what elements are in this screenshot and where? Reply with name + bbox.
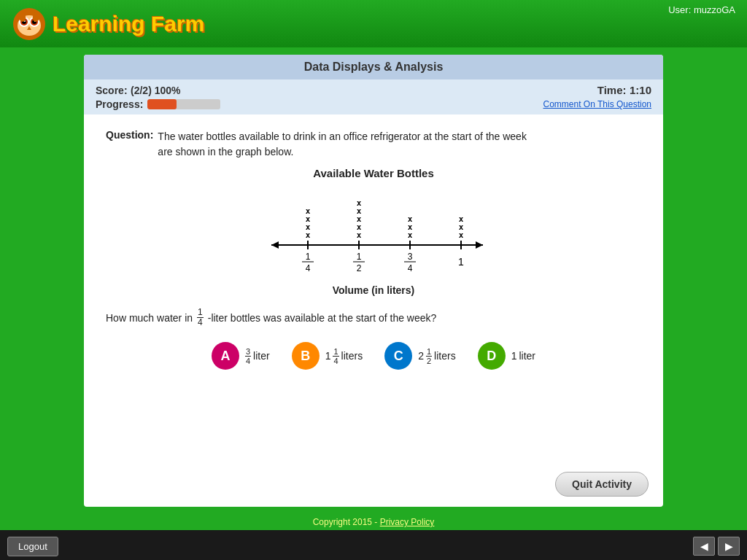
answer-circle-c: C <box>384 342 412 370</box>
answer-circle-b: B <box>292 342 320 370</box>
user-info: User: muzzoGA <box>668 0 735 15</box>
card-footer: Quit Activity <box>84 464 663 507</box>
answer-a-unit: liter <box>253 350 270 362</box>
time-value: 1:10 <box>630 84 651 96</box>
answer-b-unit: liters <box>341 350 363 362</box>
answer-b-frac: 1 4 <box>333 347 338 365</box>
main-wrapper: Data Displays & Analysis Score: (2/2) 10… <box>0 47 747 514</box>
nav-next-button[interactable]: ▶ <box>718 537 740 556</box>
logo-icon <box>12 7 47 42</box>
time-display: Time: 1:10 <box>543 84 651 97</box>
answer-choice-a[interactable]: A 3 4 liter <box>212 342 270 370</box>
answer-b-whole: 1 <box>325 350 331 362</box>
card-header: Data Displays & Analysis <box>84 55 663 79</box>
answer-text-c: 2 1 2 liters <box>418 347 455 365</box>
content-card: Data Displays & Analysis Score: (2/2) 10… <box>84 55 663 507</box>
score-row: Score: (2/2) 100% Progress: Time: 1:10 C… <box>84 79 663 114</box>
chart-section: Available Water Bottles 1 <box>106 167 641 296</box>
sub-question: How much water in 1 4 -liter bottles was… <box>106 308 641 327</box>
score-right: Time: 1:10 Comment On This Question <box>543 84 651 110</box>
comment-link[interactable]: Comment On This Question <box>543 99 651 109</box>
svg-text:x: x <box>459 214 464 224</box>
logo-text: Learning Farm <box>53 12 204 36</box>
progress-display: Progress: <box>96 98 220 110</box>
answer-d-whole: 1 <box>511 350 517 362</box>
answer-choice-c[interactable]: C 2 1 2 liters <box>384 342 455 370</box>
answer-c-whole: 2 <box>418 350 424 362</box>
right-sidebar <box>663 47 747 514</box>
logout-button[interactable]: Logout <box>7 537 58 556</box>
sub-question-suffix: -liter bottles was available at the star… <box>208 312 437 324</box>
svg-text:2: 2 <box>357 263 362 273</box>
left-sidebar <box>0 47 84 514</box>
sub-question-fraction: 1 4 <box>197 308 204 327</box>
top-bar: Learning Farm User: muzzoGA <box>0 0 747 47</box>
answer-circle-a: A <box>212 342 239 370</box>
answer-circle-d: D <box>478 342 506 370</box>
number-line-chart: 1 4 1 2 3 4 1 x x x <box>249 187 498 281</box>
question-line: Question: The water bottles available to… <box>106 129 641 160</box>
user-name: muzzoGA <box>694 4 735 15</box>
answer-c-frac: 1 2 <box>426 347 432 365</box>
answer-text-d: 1 liter <box>511 350 535 362</box>
svg-text:x: x <box>357 198 362 208</box>
chart-xlabel: Volume (in liters) <box>333 284 415 296</box>
answer-text-b: 1 1 4 liters <box>325 347 363 365</box>
svg-text:1: 1 <box>306 252 311 262</box>
nav-prev-button[interactable]: ◀ <box>693 537 715 556</box>
progress-bar-outer <box>147 99 220 109</box>
sub-frac-num: 1 <box>197 308 204 318</box>
svg-text:4: 4 <box>306 263 311 273</box>
score-display: Score: (2/2) 100% <box>96 84 220 97</box>
svg-text:4: 4 <box>408 263 413 273</box>
progress-bar-inner <box>147 99 177 109</box>
answer-c-unit: liters <box>434 350 456 362</box>
time-label: Time: <box>597 84 627 96</box>
copyright-text: Copyright 2015 - <box>313 517 378 527</box>
answer-text-a: 3 4 liter <box>245 347 270 365</box>
score-value: (2/2) 100% <box>131 85 180 96</box>
taskbar: Logout ◀ ▶ <box>0 530 747 560</box>
svg-text:x: x <box>408 214 413 224</box>
svg-text:3: 3 <box>408 252 413 262</box>
nav-arrows: ◀ ▶ <box>693 537 740 556</box>
svg-text:1: 1 <box>458 256 464 268</box>
card-title: Data Displays & Analysis <box>304 61 444 73</box>
answer-d-unit: liter <box>519 350 535 362</box>
answers-row: A 3 4 liter B 1 1 <box>106 342 641 370</box>
quit-button[interactable]: Quit Activity <box>555 472 649 497</box>
user-label: User: <box>668 4 691 15</box>
svg-marker-14 <box>271 241 279 249</box>
chart-title: Available Water Bottles <box>313 167 434 179</box>
privacy-link[interactable]: Privacy Policy <box>380 517 435 527</box>
logo-area: Learning Farm <box>12 7 204 42</box>
svg-text:1: 1 <box>357 252 362 262</box>
question-text: The water bottles available to drink in … <box>158 129 527 160</box>
svg-marker-15 <box>476 241 483 249</box>
question-text-line1: The water bottles available to drink in … <box>158 129 527 144</box>
sub-question-prefix: How much water in <box>106 312 193 324</box>
sub-frac-den: 4 <box>197 318 204 327</box>
svg-text:x: x <box>306 206 311 216</box>
question-label: Question: <box>106 129 153 160</box>
question-area: Question: The water bottles available to… <box>84 114 663 464</box>
score-left: Score: (2/2) 100% Progress: <box>96 84 220 110</box>
answer-choice-d[interactable]: D 1 liter <box>478 342 535 370</box>
question-text-line2: are shown in the graph below. <box>158 144 527 160</box>
copyright-bar: Copyright 2015 - Privacy Policy <box>0 514 747 530</box>
answer-a-frac: 3 4 <box>245 347 251 365</box>
answer-choice-b[interactable]: B 1 1 4 liters <box>292 342 363 370</box>
progress-label: Progress: <box>96 98 143 110</box>
score-label: Score: <box>96 85 128 96</box>
